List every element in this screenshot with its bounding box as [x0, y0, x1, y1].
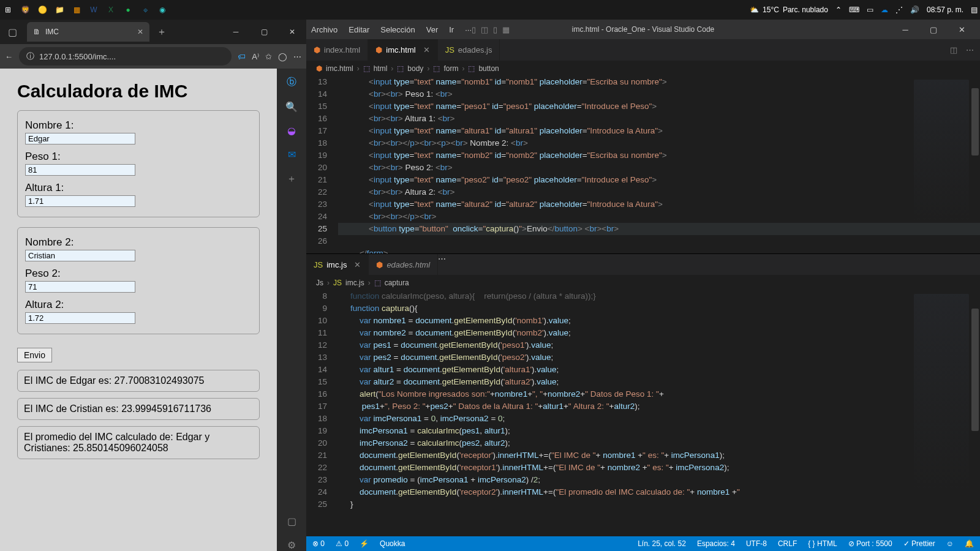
layout-icon[interactable]: ▯	[472, 25, 476, 34]
weather-widget[interactable]: ⛅ 15°C Parc. nublado	[750, 6, 828, 14]
status-spaces[interactable]: Espacios: 4	[697, 539, 735, 548]
tab-edades-html[interactable]: ⬢edades.html	[369, 254, 438, 275]
battery-icon[interactable]: ▭	[867, 6, 873, 14]
menu-archivo[interactable]: Archivo	[311, 25, 337, 34]
explorer-icon[interactable]: 📁	[54, 4, 65, 15]
favorite-icon[interactable]: ✩	[265, 52, 272, 61]
status-prettier[interactable]: ✓ Prettier	[903, 539, 935, 548]
tab-imc-js[interactable]: JSimc.js✕	[306, 254, 369, 275]
excel-icon[interactable]: X	[105, 4, 116, 15]
clock[interactable]: 08:57 p. m.	[927, 6, 963, 14]
maximize-icon[interactable]: ▢	[920, 20, 947, 39]
input-peso1[interactable]	[25, 164, 135, 176]
status-bar: ⊗ 0 ⚠ 0 ⚡ Quokka Lín. 25, col. 52 Espaci…	[306, 536, 980, 551]
close-icon[interactable]: ✕	[423, 45, 430, 54]
browser-tab[interactable]: 🗎 IMC ✕	[27, 22, 149, 42]
edge-icon[interactable]: ◉	[157, 4, 168, 15]
new-tab-button[interactable]: ＋	[157, 26, 167, 39]
tab-edades-js[interactable]: JSedades.js	[438, 39, 500, 61]
status-feedback-icon[interactable]: ☺	[946, 539, 954, 548]
chrome-icon[interactable]: 🟡	[37, 4, 48, 15]
status-live[interactable]: ⚡	[360, 539, 369, 548]
layout-icon[interactable]: ▦	[502, 25, 510, 34]
split-icon[interactable]: ◫	[950, 45, 957, 54]
breadcrumb-bottom[interactable]: Js› JSimc.js› ⬚captura	[306, 276, 980, 290]
more-icon[interactable]: ⋯	[293, 52, 301, 61]
input-nombre1[interactable]	[25, 133, 135, 144]
brave-icon[interactable]: 🦁	[20, 4, 31, 15]
vscode-icon[interactable]: ⟐	[140, 4, 151, 15]
more-icon[interactable]: ⋯	[966, 45, 974, 54]
start-icon[interactable]: ⊞	[2, 4, 13, 15]
menu-more[interactable]: ···	[465, 25, 472, 34]
menu-ir[interactable]: Ir	[449, 25, 454, 34]
outlook-icon[interactable]: ✉	[288, 149, 296, 160]
status-port[interactable]: ⊘ Port : 5500	[848, 539, 892, 548]
status-encoding[interactable]: UTF-8	[746, 539, 767, 548]
tab-imc-html[interactable]: ⬢imc.html✕	[368, 39, 437, 61]
scrollbar-thumb[interactable]	[971, 309, 979, 431]
minimize-icon[interactable]: ─	[892, 20, 919, 39]
minimap[interactable]	[914, 80, 969, 222]
editor-bottom[interactable]: 8910111213141516171819202122232425 funct…	[306, 290, 980, 536]
close-window-icon[interactable]: ✕	[278, 20, 306, 44]
menu-editar[interactable]: Editar	[349, 25, 369, 34]
envio-button[interactable]: Envio	[17, 348, 52, 362]
status-eol[interactable]: CRLF	[778, 539, 797, 548]
maximize-icon[interactable]: ▢	[250, 20, 278, 44]
breadcrumb-top[interactable]: ⬢imc.html› ⬚html› ⬚body› ⬚form› ⬚button	[306, 61, 980, 76]
spotify-icon[interactable]: ●	[123, 4, 134, 15]
read-aloud-icon[interactable]: A⁾	[252, 52, 259, 61]
status-bell-icon[interactable]: 🔔	[965, 539, 974, 548]
status-errors[interactable]: ⊗ 0	[312, 539, 325, 548]
gutter: 1314151617181920212223242526	[306, 76, 338, 253]
notifications-icon[interactable]: ▤	[971, 6, 978, 14]
cube-icon: ⬚	[433, 64, 440, 73]
input-nombre2[interactable]	[25, 250, 135, 261]
input-altura2[interactable]	[25, 312, 135, 324]
code-area[interactable]: <input type="text" name="nomb1" id="nomb…	[338, 76, 980, 253]
panel-icon[interactable]: ▢	[287, 515, 296, 527]
address-bar[interactable]: ⓘ 127.0.0.1:5500/imc....	[19, 47, 232, 66]
status-warnings[interactable]: ⚠ 0	[336, 539, 349, 548]
editor-top[interactable]: 1314151617181920212223242526 <input type…	[306, 76, 980, 253]
menubar: Archivo Editar Selección Ver Ir ···	[311, 25, 472, 34]
volume-icon[interactable]: 🔊	[910, 6, 919, 14]
status-quokka[interactable]: Quokka	[380, 539, 405, 548]
status-cursor[interactable]: Lín. 25, col. 52	[638, 539, 686, 548]
crumb: html	[374, 64, 388, 73]
close-icon[interactable]: ✕	[354, 260, 361, 269]
menu-ver[interactable]: Ver	[426, 25, 439, 34]
menu-seleccion[interactable]: Selección	[380, 25, 415, 34]
wifi-icon[interactable]: ⋰	[895, 6, 903, 14]
word-icon[interactable]: W	[88, 4, 99, 15]
onedrive-icon[interactable]: ☁	[881, 6, 888, 14]
url-text: 127.0.0.1:5500/imc....	[39, 52, 116, 61]
status-lang[interactable]: { } HTML	[808, 539, 837, 548]
scrollbar-thumb[interactable]	[971, 88, 979, 156]
layout-icon[interactable]: ▯	[493, 25, 497, 34]
profile-icon[interactable]: ◯	[278, 52, 287, 61]
input-altura1[interactable]	[25, 195, 135, 207]
more-icon[interactable]: ⋯	[438, 254, 446, 263]
bing-icon[interactable]: ⓑ	[287, 76, 296, 89]
tag-icon[interactable]: 🏷	[238, 52, 246, 61]
tray-arrow-icon[interactable]: ⌃	[835, 6, 842, 14]
close-icon[interactable]: ✕	[948, 20, 975, 39]
minimap[interactable]	[914, 294, 969, 491]
copilot-icon[interactable]: ◒	[287, 125, 296, 137]
keyboard-icon[interactable]: ⌨	[849, 6, 859, 14]
back-icon[interactable]: ←	[5, 52, 13, 61]
info-icon[interactable]: ⓘ	[26, 51, 34, 62]
code-area[interactable]: function calcularImc(peso, altura){ retu…	[338, 290, 980, 536]
add-icon[interactable]: ＋	[287, 173, 296, 186]
tabs-icon[interactable]: ▢	[8, 26, 17, 38]
minimize-icon[interactable]: ─	[222, 20, 250, 44]
sublime-icon[interactable]: ▦	[71, 4, 82, 15]
layout-icon[interactable]: ◫	[481, 25, 488, 34]
search-icon[interactable]: 🔍	[285, 101, 298, 113]
input-peso2[interactable]	[25, 281, 135, 293]
gear-icon[interactable]: ⚙	[287, 539, 296, 551]
tab-index-html[interactable]: ⬢index.html	[306, 39, 368, 61]
close-icon[interactable]: ✕	[137, 28, 143, 36]
